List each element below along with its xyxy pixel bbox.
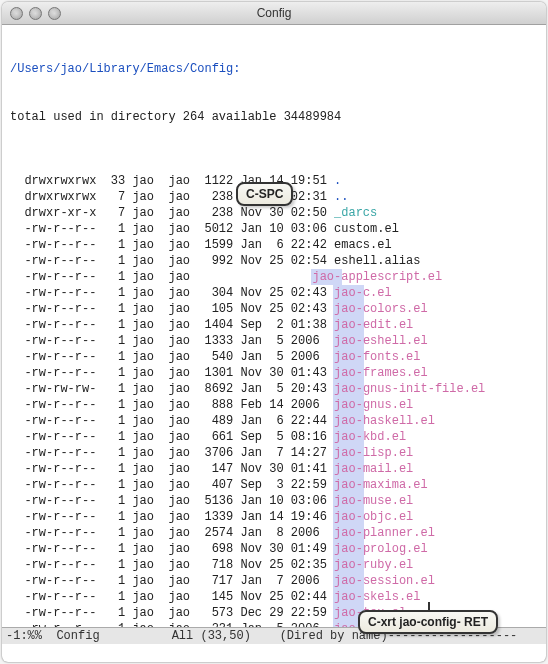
entry-meta: -rw-r--r-- 1 jao jao 2574 Jan 8 2006 <box>10 526 334 540</box>
dired-entry[interactable]: -rw-r--r-- 1 jao jao 698 Nov 30 01:49 ja… <box>10 541 538 557</box>
dired-entry[interactable]: -rw-r--r-- 1 jao jao 145 Nov 25 02:44 ja… <box>10 589 538 605</box>
entry-meta: -rw-r--r-- 1 jao jao 1301 Nov 30 01:43 <box>10 366 334 380</box>
dired-entry[interactable]: -rw-r--r-- 1 jao jao 5136 Jan 10 03:06 j… <box>10 493 538 509</box>
entry-filename[interactable]: _darcs <box>334 206 377 220</box>
dired-entry[interactable]: -rw-r--r-- 1 jao jao 5012 Jan 10 03:06 c… <box>10 221 538 237</box>
entry-filename[interactable]: jao-haskell.el <box>334 414 435 428</box>
entry-filename[interactable]: jao-gnus.el <box>334 398 413 412</box>
entry-filename[interactable]: emacs.el <box>334 238 392 252</box>
entry-meta: -rw-r--r-- 1 jao jao 105 Nov 25 02:43 <box>10 302 334 316</box>
entry-filename[interactable]: jao-kbd.el <box>334 430 406 444</box>
entry-meta: -rw-r--r-- 1 jao jao 407 Sep 3 22:59 <box>10 478 334 492</box>
entry-meta: -rw-r--r-- 1 jao jao 992 Nov 25 02:54 <box>10 254 334 268</box>
dired-entry[interactable]: -rw-r--r-- 1 jao jao 489 Jan 6 22:44 jao… <box>10 413 538 429</box>
entry-meta: -rw-r--r-- 1 jao jao 573 Dec 29 22:59 <box>10 606 334 620</box>
dired-entry[interactable]: -rw-r--r-- 1 jao jao 304 Nov 25 02:43 ja… <box>10 285 538 301</box>
entry-filename[interactable]: jao-applescript.el <box>312 270 442 284</box>
entry-meta: -rw-r--r-- 1 jao jao 1333 Jan 5 2006 <box>10 334 334 348</box>
entry-filename[interactable]: jao-ruby.el <box>334 558 413 572</box>
dired-entry[interactable]: -rw-r--r-- 1 jao jao 2574 Jan 8 2006 jao… <box>10 525 538 541</box>
entry-meta: -rw-r--r-- 1 jao jao 888 Feb 14 2006 <box>10 398 334 412</box>
entry-meta: -rw-r--r-- 1 jao jao 717 Jan 7 2006 <box>10 574 334 588</box>
titlebar[interactable]: Config <box>2 2 546 25</box>
buffer-path: /Users/jao/Library/Emacs/Config: <box>10 61 538 77</box>
dired-entry[interactable]: -rw-r--r-- 1 jao jao 3706 Jan 7 14:27 ja… <box>10 445 538 461</box>
total-line: total used in directory 264 available 34… <box>10 109 538 125</box>
dired-entry[interactable]: -rw-r--r-- 1 jao jao 992 Nov 25 02:54 es… <box>10 253 538 269</box>
entry-meta: -rw-r--r-- 1 jao jao 698 Nov 30 01:49 <box>10 542 334 556</box>
entry-filename[interactable]: jao-fonts.el <box>334 350 420 364</box>
entry-meta: -rw-r--r-- 1 jao jao 145 Nov 25 02:44 <box>10 590 334 604</box>
dired-entry[interactable]: -rw-r--r-- 1 jao jao 1339 Jan 14 19:46 j… <box>10 509 538 525</box>
dired-entry[interactable]: -rw-r--r-- 1 jao jao 1599 Jan 6 22:42 em… <box>10 237 538 253</box>
entry-meta: -rw-r--r-- 1 jao jao 1404 Sep 2 01:38 <box>10 318 334 332</box>
entry-filename[interactable]: jao-session.el <box>334 574 435 588</box>
dired-entry[interactable]: -rw-r--r-- 1 jao jao 1333 Jan 5 2006 jao… <box>10 333 538 349</box>
entry-meta: -rw-r--r-- 1 jao jao 3706 Jan 7 14:27 <box>10 446 334 460</box>
dired-entry[interactable]: -rw-r--r-- 1 jao jao 1404 Sep 2 01:38 ja… <box>10 317 538 333</box>
dired-entry[interactable]: -rw-r--r-- 1 jao jao 661 Sep 5 08:16 jao… <box>10 429 538 445</box>
entry-filename[interactable]: custom.el <box>334 222 399 236</box>
entry-filename[interactable]: jao-gnus-init-file.el <box>334 382 485 396</box>
entry-meta: -rw-rw-rw- 1 jao jao 8692 Jan 5 20:43 <box>10 382 334 396</box>
entry-meta: -rw-r--r-- 1 jao jao 1599 Jan 6 22:42 <box>10 238 334 252</box>
dired-entry[interactable]: -rw-r--r-- 1 jao jao 105 Nov 25 02:43 ja… <box>10 301 538 317</box>
entry-filename[interactable]: eshell.alias <box>334 254 420 268</box>
callout-c-spc: C-SPC <box>236 182 293 206</box>
entry-meta: -rw-r--r-- 1 jao jao 718 Nov 25 02:35 <box>10 558 334 572</box>
entry-filename[interactable]: jao-lisp.el <box>334 446 413 460</box>
emacs-window: Config /Users/jao/Library/Emacs/Config: … <box>2 2 546 662</box>
minibuffer[interactable] <box>6 646 542 660</box>
dired-entry[interactable]: -rw-r--r-- 1 jao jao 540 Jan 5 2006 jao-… <box>10 349 538 365</box>
entry-meta: -rw-r--r-- 1 jao jao 1339 Jan 14 19:46 <box>10 510 334 524</box>
dired-entry[interactable]: -rw-r--r-- 1 jao jao 717 Jan 7 2006 jao-… <box>10 573 538 589</box>
entry-meta: -rw-r--r-- 1 jao jao 304 Nov 25 02:43 <box>10 286 334 300</box>
entry-filename[interactable]: jao-eshell.el <box>334 334 428 348</box>
entry-meta: -rw-r--r-- 1 jao jao 489 Jan 6 22:44 <box>10 414 334 428</box>
entry-meta: -rw-r--r-- 1 jao jao 5012 Jan 10 03:06 <box>10 222 334 236</box>
entry-meta: drwxr-xr-x 7 jao jao 238 Nov 30 02:50 <box>10 206 334 220</box>
entry-filename[interactable]: jao-planner.el <box>334 526 435 540</box>
callout-c-xrt: C-xrt jao-config- RET <box>358 610 498 634</box>
entry-filename[interactable]: jao-frames.el <box>334 366 428 380</box>
dired-entry[interactable]: -rw-r--r-- 1 jao jao 718 Nov 25 02:35 ja… <box>10 557 538 573</box>
dired-entry[interactable]: -rw-r--r-- 1 jao jao jao-applescript.el <box>10 269 538 285</box>
window-title: Config <box>2 5 546 21</box>
dired-entry[interactable]: -rw-rw-rw- 1 jao jao 8692 Jan 5 20:43 ja… <box>10 381 538 397</box>
entry-filename[interactable]: jao-maxima.el <box>334 478 428 492</box>
entry-filename[interactable]: . <box>334 174 341 188</box>
entry-filename[interactable]: jao-prolog.el <box>334 542 428 556</box>
entry-filename[interactable]: jao-skels.el <box>334 590 420 604</box>
dired-buffer[interactable]: /Users/jao/Library/Emacs/Config: total u… <box>2 25 546 641</box>
entry-meta: -rw-r--r-- 1 jao jao 5136 Jan 10 03:06 <box>10 494 334 508</box>
entry-filename[interactable]: jao-objc.el <box>334 510 413 524</box>
entry-filename[interactable]: jao-c.el <box>334 286 392 300</box>
entry-meta: -rw-r--r-- 1 jao jao 661 Sep 5 08:16 <box>10 430 334 444</box>
dired-entry[interactable]: -rw-r--r-- 1 jao jao 147 Nov 30 01:41 ja… <box>10 461 538 477</box>
entry-filename[interactable]: jao-edit.el <box>334 318 413 332</box>
entry-meta: -rw-r--r-- 1 jao jao 540 Jan 5 2006 <box>10 350 334 364</box>
entry-meta: -rw-r--r-- 1 jao jao <box>10 270 312 284</box>
dired-entry[interactable]: -rw-r--r-- 1 jao jao 888 Feb 14 2006 jao… <box>10 397 538 413</box>
entry-filename[interactable]: jao-muse.el <box>334 494 413 508</box>
entry-filename[interactable]: jao-colors.el <box>334 302 428 316</box>
entry-filename[interactable]: jao-mail.el <box>334 462 413 476</box>
dired-entry[interactable]: -rw-r--r-- 1 jao jao 1301 Nov 30 01:43 j… <box>10 365 538 381</box>
entry-meta: -rw-r--r-- 1 jao jao 147 Nov 30 01:41 <box>10 462 334 476</box>
dired-entry[interactable]: drwxr-xr-x 7 jao jao 238 Nov 30 02:50 _d… <box>10 205 538 221</box>
entry-filename[interactable]: .. <box>334 190 348 204</box>
dired-entry[interactable]: -rw-r--r-- 1 jao jao 407 Sep 3 22:59 jao… <box>10 477 538 493</box>
